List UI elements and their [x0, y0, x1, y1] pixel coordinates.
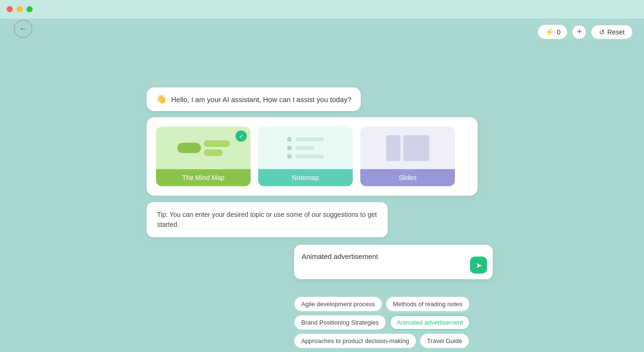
card-notemap[interactable]: Notemap — [258, 127, 353, 186]
card-notemap-label: Notemap — [258, 169, 353, 186]
card-slides-label: Slides — [360, 169, 455, 186]
card-mindmap[interactable]: ✓ The Mind Map — [156, 127, 251, 186]
score-icon: ⚡ — [545, 27, 554, 36]
card-slides-preview — [360, 127, 455, 169]
send-icon: ➤ — [476, 261, 482, 270]
chat-message: Hello, I am your AI assistant, How can I… — [171, 95, 351, 103]
chip-brand-positioning-strategies[interactable]: Brand Positioning Strategies — [294, 315, 386, 330]
top-controls: ⚡ 0 + ↺ Reset — [538, 25, 633, 39]
notemap-row-1 — [287, 137, 324, 142]
notemap-dot-3 — [287, 154, 292, 159]
chip-approaches-to-product-decision-making[interactable]: Approaches to product decision-making — [294, 334, 416, 348]
chip-methods-of-reading-notes[interactable]: Methods of reading notes — [386, 297, 470, 311]
selected-check: ✓ — [235, 130, 247, 142]
back-button[interactable]: ← — [14, 20, 32, 38]
notemap-line-1 — [296, 137, 324, 141]
card-slides[interactable]: Slides — [360, 127, 455, 186]
notemap-row-2 — [287, 146, 324, 150]
mindmap-branch-2 — [204, 149, 223, 156]
notemap-row-3 — [287, 154, 324, 159]
card-mindmap-preview: ✓ — [156, 127, 251, 169]
notemap-dot-2 — [287, 146, 292, 150]
send-button[interactable]: ➤ — [470, 257, 487, 274]
chip-agile-development-process[interactable]: Agile development process — [294, 297, 382, 311]
slides-visual — [386, 135, 429, 161]
reset-button[interactable]: ↺ Reset — [591, 25, 633, 39]
card-notemap-preview — [258, 127, 353, 169]
back-icon: ← — [19, 25, 27, 33]
wave-emoji: 👋 — [156, 94, 166, 104]
mindmap-branch-1 — [204, 140, 230, 147]
slide-block-left — [386, 135, 400, 161]
mindmap-center-node — [177, 143, 201, 153]
template-cards: ✓ The Mind Map Notemap — [147, 117, 478, 196]
notemap-dot-1 — [287, 137, 292, 142]
notemap-line-3 — [296, 155, 324, 158]
chip-animated-advertisement[interactable]: Animated advertisement — [390, 315, 470, 330]
reset-icon: ↺ — [599, 28, 605, 36]
add-button[interactable]: + — [572, 25, 586, 39]
card-mindmap-label: The Mind Map — [156, 169, 251, 186]
close-button[interactable] — [7, 6, 13, 12]
tip-box: Tip: You can enter your desired topic or… — [147, 202, 388, 237]
input-text[interactable]: Animated advertisement — [294, 245, 493, 279]
notemap-visual — [287, 137, 324, 159]
mindmap-visual — [177, 140, 230, 156]
minimize-button[interactable] — [17, 6, 23, 12]
slide-block-right — [403, 135, 429, 161]
score-box: ⚡ 0 — [538, 25, 568, 39]
chips-area: Agile development processMethods of read… — [294, 297, 497, 348]
score-value: 0 — [557, 28, 561, 36]
input-area[interactable]: Animated advertisement ➤ — [294, 245, 493, 279]
titlebar — [0, 0, 644, 19]
chip-travel-guide[interactable]: Travel Guide — [420, 334, 469, 348]
maximize-button[interactable] — [26, 6, 33, 12]
mindmap-branches — [204, 140, 230, 156]
notemap-line-2 — [296, 146, 314, 150]
reset-label: Reset — [607, 28, 625, 36]
tip-text: Tip: You can enter your desired topic or… — [157, 211, 377, 228]
chat-bubble: 👋 Hello, I am your AI assistant, How can… — [147, 87, 361, 111]
